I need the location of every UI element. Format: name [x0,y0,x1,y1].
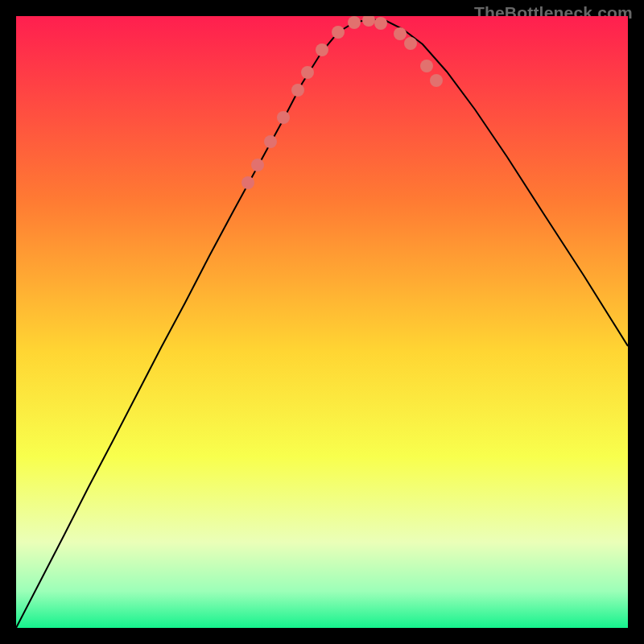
highlight-dot [348,16,361,29]
highlight-dot [394,27,407,40]
highlight-dot [374,17,387,30]
gradient-background [16,16,628,628]
highlight-dot [430,74,443,87]
highlight-dot [251,159,264,171]
highlight-dot [242,176,254,189]
highlight-dot [404,37,417,50]
highlight-dot [291,84,304,97]
chart-svg [16,16,628,628]
plot-area [16,16,628,628]
highlight-dot [316,43,328,56]
chart-frame: TheBottleneck.com [0,0,644,644]
highlight-dot [301,66,314,79]
highlight-dot [332,26,345,39]
highlight-dot [277,111,290,124]
highlight-dot [264,135,277,148]
highlight-dot [420,60,433,72]
